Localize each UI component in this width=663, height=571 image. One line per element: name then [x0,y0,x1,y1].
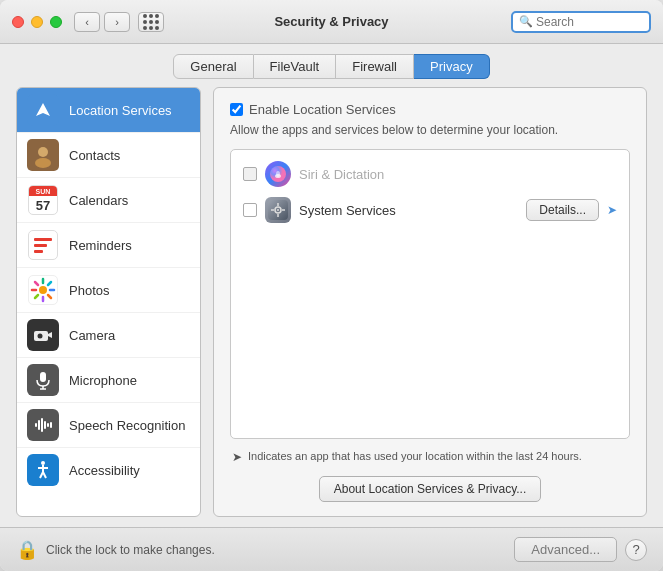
tab-privacy[interactable]: Privacy [414,54,490,79]
speech-recognition-icon [27,409,59,441]
advanced-button[interactable]: Advanced... [514,537,617,562]
hint-arrow-icon: ➤ [232,450,242,464]
sidebar-label-microphone: Microphone [69,373,137,388]
sidebar-item-speech-recognition[interactable]: Speech Recognition [17,403,200,448]
service-item-system-services: System Services Details... ➤ [235,192,625,228]
grid-icon [143,14,159,30]
contacts-icon [27,139,59,171]
window-title: Security & Privacy [274,14,388,29]
sidebar-label-photos: Photos [69,283,109,298]
window: ‹ › Security & Privacy 🔍 General FileVau… [0,0,663,571]
svg-rect-21 [41,418,43,432]
svg-line-29 [43,472,46,478]
apps-grid-button[interactable] [138,12,164,32]
sidebar-item-accessibility[interactable]: Accessibility [17,448,200,492]
system-services-icon [265,197,291,223]
sidebar-label-calendars: Calendars [69,193,128,208]
titlebar: ‹ › Security & Privacy 🔍 [0,0,663,44]
services-list: Siri & Dictation [230,149,630,439]
svg-point-15 [38,334,43,339]
hint-text: Indicates an app that has used your loca… [248,449,582,464]
sidebar-item-camera[interactable]: Camera [17,313,200,358]
search-box[interactable]: 🔍 [511,11,651,33]
tab-firewall[interactable]: Firewall [336,54,414,79]
allow-text: Allow the apps and services below to det… [230,123,630,137]
svg-point-4 [39,286,47,294]
enable-location-label: Enable Location Services [249,102,396,117]
close-button[interactable] [12,16,24,28]
svg-marker-0 [36,103,50,116]
tab-filevault[interactable]: FileVault [254,54,337,79]
sidebar-item-calendars[interactable]: SUN 57 Calendars [17,178,200,223]
minimize-button[interactable] [31,16,43,28]
maximize-button[interactable] [50,16,62,28]
tabbar: General FileVault Firewall Privacy [0,44,663,87]
svg-point-32 [276,171,280,177]
svg-rect-19 [35,423,37,427]
microphone-icon [27,364,59,396]
sidebar-label-speech-recognition: Speech Recognition [69,418,185,433]
reminders-icon [27,229,59,261]
svg-point-35 [277,209,279,211]
svg-point-25 [41,461,45,465]
help-button[interactable]: ? [625,539,647,561]
svg-line-11 [48,282,51,285]
sidebar-item-reminders[interactable]: Reminders [17,223,200,268]
traffic-lights [12,16,62,28]
enable-row: Enable Location Services [230,102,630,117]
hint-row: ➤ Indicates an app that has used your lo… [230,449,630,464]
sidebar-item-microphone[interactable]: Microphone [17,358,200,403]
svg-rect-24 [50,422,52,428]
svg-line-9 [35,282,38,285]
siri-checkbox[interactable] [243,167,257,181]
service-item-siri: Siri & Dictation [235,156,625,192]
svg-rect-22 [44,421,46,429]
system-services-checkbox[interactable] [243,203,257,217]
accessibility-icon [27,454,59,486]
about-location-services-button[interactable]: About Location Services & Privacy... [319,476,542,502]
svg-rect-16 [40,372,46,382]
sidebar-label-reminders: Reminders [69,238,132,253]
svg-point-3 [35,158,51,168]
system-services-name: System Services [299,203,518,218]
location-used-icon: ➤ [607,203,617,217]
siri-service-name: Siri & Dictation [299,167,617,182]
svg-marker-14 [48,332,52,338]
svg-line-12 [35,295,38,298]
svg-rect-20 [38,420,40,430]
svg-rect-23 [47,423,49,427]
sidebar-label-accessibility: Accessibility [69,463,140,478]
sidebar-label-camera: Camera [69,328,115,343]
right-panel: Enable Location Services Allow the apps … [213,87,647,517]
back-button[interactable]: ‹ [74,12,100,32]
sidebar: Location Services Contacts SUN [16,87,201,517]
forward-button[interactable]: › [104,12,130,32]
sidebar-item-location-services[interactable]: Location Services [17,88,200,133]
siri-icon [265,161,291,187]
lock-text: Click the lock to make changes. [46,543,215,557]
sidebar-item-photos[interactable]: Photos [17,268,200,313]
details-button[interactable]: Details... [526,199,599,221]
lock-icon: 🔒 [16,539,38,561]
svg-line-10 [48,295,51,298]
calendars-icon: SUN 57 [27,184,59,216]
search-input[interactable] [536,15,643,29]
sidebar-label-location-services: Location Services [69,103,172,118]
bottombar: 🔒 Click the lock to make changes. Advanc… [0,527,663,571]
location-services-icon [27,94,59,126]
nav-buttons: ‹ › [74,12,130,32]
sidebar-item-contacts[interactable]: Contacts [17,133,200,178]
main-content: Location Services Contacts SUN [0,87,663,527]
sidebar-label-contacts: Contacts [69,148,120,163]
svg-point-2 [38,147,48,157]
enable-location-checkbox[interactable] [230,103,243,116]
search-icon: 🔍 [519,15,533,28]
photos-icon [27,274,59,306]
camera-icon [27,319,59,351]
tab-general[interactable]: General [173,54,253,79]
